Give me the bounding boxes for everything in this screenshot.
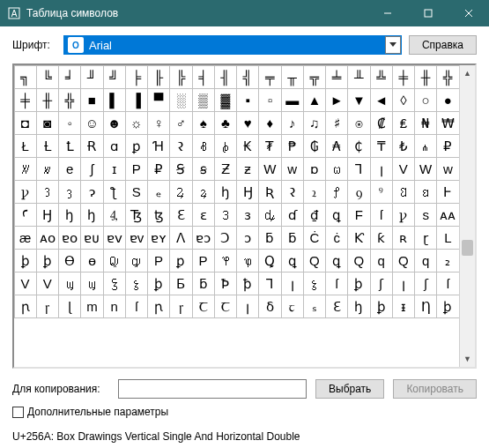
char-cell[interactable]: ꞩ [192,157,215,181]
char-cell[interactable]: ╡ [192,65,215,89]
char-cell[interactable]: ɂ [80,180,103,204]
char-cell[interactable]: ₳ [325,134,348,158]
char-cell[interactable]: ₸ [370,134,393,158]
char-cell[interactable]: ƃ [281,226,304,250]
minimize-button[interactable] [367,0,408,26]
char-cell[interactable]: ♪ [281,111,304,135]
char-cell[interactable]: ╗ [14,65,37,89]
char-cell[interactable]: ♠ [192,111,215,135]
char-cell[interactable]: ₽ [436,134,459,158]
char-cell[interactable]: ꝧ [36,249,59,273]
char-cell[interactable]: ƪ [103,180,126,204]
char-cell[interactable]: ■ [80,88,103,112]
char-cell[interactable]: ƃ [192,272,215,295]
char-cell[interactable]: ꝩ [392,203,415,227]
char-cell[interactable]: ♫ [303,111,326,135]
chevron-down-icon[interactable] [385,36,401,54]
char-cell[interactable]: Ꝕ [214,249,237,273]
char-cell[interactable]: ₂ [436,249,459,273]
char-cell[interactable]: ʀ [392,226,415,250]
scrollbar[interactable]: ▲ ▼ [459,65,475,367]
copy-input[interactable] [118,379,307,399]
char-cell[interactable]: Ɔ [214,226,237,250]
char-cell[interactable]: ʃ [414,272,437,295]
char-cell[interactable]: ɛ [192,203,215,227]
char-cell[interactable]: ƙ [370,226,393,250]
char-cell[interactable]: ₵ [347,134,370,158]
char-cell[interactable]: ꜧ [214,180,237,204]
char-cell[interactable]: ꝯ [347,180,370,204]
char-cell[interactable]: ɐv [125,226,148,250]
char-cell[interactable]: ꝩ [14,180,37,204]
char-cell[interactable]: ᵻ [392,295,415,318]
select-button[interactable]: Выбрать [315,379,384,399]
char-cell[interactable]: S [125,180,148,204]
char-cell[interactable]: ◄ [370,88,393,112]
char-cell[interactable]: ☻ [103,111,126,135]
char-cell[interactable]: w [281,157,304,181]
char-cell[interactable]: Ꞩ [169,157,192,181]
char-cell[interactable]: ☺ [80,111,103,135]
char-cell[interactable]: V [14,272,37,295]
char-cell[interactable]: ᴀᴀ [436,203,459,227]
char-cell[interactable]: q [414,249,437,273]
char-cell[interactable]: ╜ [80,65,103,89]
char-cell[interactable]: ╣ [236,65,259,89]
char-cell[interactable]: ₼ [414,134,437,158]
char-cell[interactable]: ꞛ [414,180,437,204]
char-cell[interactable]: ₦ [414,111,437,135]
char-cell[interactable]: ♣ [214,111,237,135]
char-cell[interactable]: ꝣ [303,272,326,295]
char-cell[interactable]: Ꜧ [236,180,259,204]
char-cell[interactable]: ◦ [58,111,81,135]
char-cell[interactable]: ɐᴠ [103,226,126,250]
char-cell[interactable]: e [58,157,81,181]
maximize-button[interactable] [408,0,448,26]
char-cell[interactable]: w [436,157,459,181]
font-combobox[interactable]: O Arial [63,35,402,55]
char-cell[interactable]: ▲ [303,88,326,112]
char-cell[interactable]: ꜧ [58,203,81,227]
char-cell[interactable]: ꞅ [36,295,59,318]
char-cell[interactable]: ₮ [258,134,281,158]
char-cell[interactable]: ╩ [370,65,393,89]
char-cell[interactable]: ▓ [214,88,237,112]
char-cell[interactable]: Ꞛ [392,180,415,204]
char-cell[interactable]: ɐᴏ [58,226,81,250]
char-cell[interactable]: ╟ [147,65,170,89]
char-cell[interactable]: ╧ [325,65,348,89]
char-cell[interactable]: Ꜧ [36,203,59,227]
char-cell[interactable]: ╚ [36,65,59,89]
char-cell[interactable]: Ƶ [214,157,237,181]
char-cell[interactable]: ╞ [125,65,148,89]
char-cell[interactable]: Ɜ [214,203,237,227]
char-cell[interactable]: ₡ [370,111,393,135]
char-cell[interactable]: ꝟ [36,157,59,181]
char-cell[interactable]: ƃ [258,226,281,250]
char-cell[interactable]: Ꝗ [258,249,281,273]
char-cell[interactable]: ʃ [370,272,393,295]
char-cell[interactable]: P [125,157,148,181]
char-cell[interactable]: ꝝ [192,180,215,204]
char-cell[interactable]: ₽ [147,157,170,181]
char-cell[interactable]: Ɵ [58,249,81,273]
char-cell[interactable]: m [80,295,103,318]
char-cell[interactable]: ɽ [414,226,437,250]
char-cell[interactable]: ☼ [125,111,148,135]
char-cell[interactable]: Ʌ [169,226,192,250]
char-grid[interactable]: ╗╚╛╜╝╞╟╠╡╢╣╤╥╦╧╨╩╪╫╬╪╫╬■▌▐▀░▒▓▪▫▬▲►▼◄◊○●… [14,65,459,367]
char-cell[interactable]: ╪ [14,88,37,112]
char-cell[interactable]: ſ [325,272,348,295]
char-cell[interactable]: ╦ [303,65,326,89]
char-cell[interactable]: P [147,249,170,273]
char-cell[interactable]: ₺ [392,134,415,158]
char-cell[interactable]: ɐʏ [147,226,170,250]
scroll-track[interactable] [460,81,475,351]
char-cell[interactable]: ɗ [281,203,304,227]
close-button[interactable] [448,0,489,26]
char-cell[interactable]: ꝗ [325,249,348,273]
char-cell[interactable]: ╫ [36,88,59,112]
char-cell[interactable]: ▀ [147,88,170,112]
char-cell[interactable]: ꝑ [125,134,148,158]
char-cell[interactable]: V [392,157,415,181]
